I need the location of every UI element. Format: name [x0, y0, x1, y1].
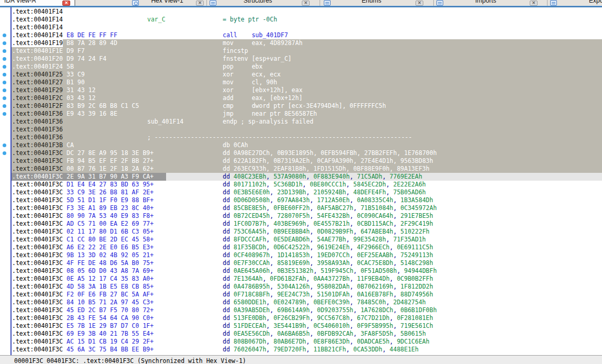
bytes-cell: 5D 51 D1 1F F0 E9 88 BF+	[67, 196, 154, 204]
listing-row[interactable]: .text:00401F3CAC 15 D1 CB 19 C4 29 2F+dd…	[0, 338, 602, 346]
instruction-cell: fincstp	[223, 47, 248, 55]
listing-row[interactable]: .text:00401F3C69 E9 3B 40 21 7B 55 E4+dd…	[0, 330, 602, 338]
code-marker-dot	[3, 144, 6, 147]
listing-row[interactable]: .text:00401F3C00 87 76 1E 2F 18 2A 62+dd…	[0, 165, 602, 173]
close-active-tab-button[interactable]: ✕	[62, 1, 70, 6]
data-directive-cell: dd 80171102h, 5C36BD1h, 0BE80CCC1h, 5845…	[223, 181, 426, 189]
listing-row[interactable]: .text:00401F2C03 43 12add eax, [ebx+12h]	[0, 94, 602, 102]
bytes-cell: D9 F7	[67, 47, 85, 55]
listing-row[interactable]: .text:00401F3C84 10 B5 71 2A 97 45 C3+dd…	[0, 299, 602, 306]
address-cell: .text:00401F3C	[12, 181, 63, 189]
address-cell: .text:00401F14	[12, 16, 63, 24]
listing-row[interactable]: .text:00401F3CFB 94 B5 EF EF 2F BB 27+dd…	[0, 157, 602, 165]
address-cell: .text:00401F3C	[12, 299, 63, 306]
listing-row[interactable]: .text:00401F3C9B 13 3D 02 4B 92 05 21+dd…	[0, 251, 602, 259]
code-marker-dot	[3, 81, 6, 84]
address-cell: .text:00401F3C	[12, 275, 63, 283]
data-directive-cell: dd 408C23EBh, 537A9080h, 0F883E940h, 71C…	[223, 173, 422, 181]
listing-row[interactable]: .text:00401F3CC1 CC 80 BE 2D EC 45 58+dd…	[0, 236, 602, 244]
address-cell: .text:00401F2F	[12, 102, 63, 110]
data-directive-cell: dd 0B72CED45h, 728070F5h, 54FE432Bh, 0C0…	[223, 212, 433, 220]
listing-row[interactable]: .text:00401F3C5D 51 D1 1F F0 E9 88 BF+dd…	[0, 196, 602, 204]
tab-label: Structures	[244, 0, 272, 6]
listing-row[interactable]: .text:00401F3C33 C9 3E 26 B8 81 AF 2E+dd…	[0, 189, 602, 196]
data-directive-cell: dd 76026047h, 79ED720Fh, 11BB21CFh, 0CA5…	[223, 346, 419, 354]
listing-row[interactable]: .text:00401F14E8 DE FE FF FFcall sub_401…	[0, 31, 602, 39]
listing-row[interactable]: .text:00401F14	[0, 8, 602, 16]
bytes-cell: AC 15 D1 CB 19 C4 29 2F+	[67, 338, 154, 346]
close-tab-button[interactable]: ✕	[302, 1, 310, 6]
listing-row[interactable]: .text:00401F3BCAdb 0CAh	[0, 141, 602, 149]
listing-row[interactable]: .text:00401F3C4F FE DE 48 D6 5A B0 75+dd…	[0, 259, 602, 267]
bytes-cell: FB 94 B5 EF EF 2F BB 27+	[67, 157, 154, 165]
listing-row[interactable]: .text:00401F3CAD C5 71 00 EA E2 69 77+dd…	[0, 220, 602, 228]
address-cell: .text:00401F25	[12, 71, 63, 79]
tab-label: IDA View-A	[4, 0, 36, 6]
listing-row[interactable]: .text:00401F3C80 90 7A 53 40 E9 83 F8+dd…	[0, 212, 602, 220]
close-tab-button[interactable]: ✕	[196, 1, 204, 6]
listing-row-current[interactable]: .text:00401F3C2E 9A 31 B7 90 A3 F9 CA+dd…	[0, 173, 602, 181]
listing-row[interactable]: .text:00401F3CD1 E4 E4 27 83 BD 63 95+dd…	[0, 181, 602, 189]
address-cell: .text:00401F27	[12, 79, 63, 86]
listing-row[interactable]: .text:00401F14var_C= byte ptr -0Ch	[0, 16, 602, 24]
data-directive-cell: dd 0A4786B95h, 5304A126h, 958082DAh, 0B7…	[223, 283, 433, 291]
address-cell: .text:00401F36	[12, 134, 63, 141]
listing-row[interactable]: .text:00401F3C0E A5 12 17 C4 35 83 A0+dd…	[0, 275, 602, 283]
bytes-cell: 03 43 12	[67, 94, 95, 102]
tab-label: Hex View-1	[151, 0, 183, 6]
tab-hex-view-1[interactable]	[75, 0, 206, 6]
listing-row[interactable]: .text:00401F245Bpop ebx	[0, 63, 602, 71]
listing-row[interactable]: .text:00401F3CDC 27 8E A9 95 18 3E B9+dd…	[0, 149, 602, 157]
address-cell: .text:00401F14	[12, 8, 63, 16]
listing-row[interactable]: .text:00401F3C4D 58 3A 1B E5 E8 CB 85+dd…	[0, 283, 602, 291]
data-directive-cell: dd 0A98E27DCh, 0B93E1895h, 0EFB594FBh, 2…	[223, 149, 437, 157]
data-directive-cell: dd 7E1364Ah, 0FD61B2FAh, 0AA43727Bh, 11F…	[223, 275, 433, 283]
address-cell: .text:00401F3C	[12, 338, 63, 346]
listing-row[interactable]: .text:00401F1ED9 F7fincstp	[0, 47, 602, 55]
listing-row[interactable]: .text:00401F3C02 11 17 80 D1 6B C3 05+dd…	[0, 228, 602, 236]
listing-row[interactable]: .text:00401F19B8 7A 28 89 4Dmov eax, 4D8…	[0, 39, 602, 47]
code-marker-dot	[3, 65, 6, 69]
bytes-cell: 33 C9 3E 26 B8 81 AF 2E+	[67, 189, 154, 196]
close-tab-button[interactable]: ✕	[415, 1, 423, 6]
address-cell: .text:00401F3C	[12, 228, 63, 236]
listing-row[interactable]: .text:00401F20D9 74 24 F4fnstenv [esp+va…	[0, 55, 602, 63]
data-directive-cell: dd 0F718C8BFh, 9EE24C73h, 51501DFAh, 0A1…	[223, 291, 433, 299]
data-directive-cell: dd 0A39AB5DEh, 69B614A9h, 0D9203755h, 1A…	[223, 306, 437, 314]
bytes-cell: A6 E2 22 2E E0 E6 B5 E3+	[67, 244, 154, 251]
listing-row[interactable]: .text:00401F2F83 B9 2C 6B B8 C1 C5cmp dw…	[0, 102, 602, 110]
address-cell: .text:00401F19	[12, 39, 63, 47]
listing-row[interactable]: .text:00401F2931 43 12xor [ebx+12h], eax	[0, 86, 602, 94]
listing-row[interactable]: .text:00401F3CF2 0F E6 FB 27 BC 5A AF+dd…	[0, 291, 602, 299]
listing-row[interactable]: .text:00401F27B1 90mov cl, 90h	[0, 79, 602, 86]
label-cell: var_C	[147, 16, 166, 24]
address-cell: .text:00401F3C	[12, 220, 63, 228]
instruction-cell: mov eax, 4D89287Ah	[223, 39, 302, 47]
listing-row[interactable]: .text:00401F3C08 05 6D D0 43 A8 7A 69+dd…	[0, 267, 602, 275]
bytes-cell: DC 27 8E A9 95 18 3E B9+	[67, 149, 154, 157]
listing-row[interactable]: .text:00401F36sub_401F14endp ; sp-analys…	[0, 118, 602, 126]
listing-row[interactable]: .text:00401F3C45 ED 2C B7 F5 70 80 72+dd…	[0, 306, 602, 314]
listing-row[interactable]: .text:00401F3C45 6A 3C 75 B4 BB EE B9+dd…	[0, 346, 602, 354]
listing-row[interactable]: .text:00401F3CE5 7B 1E 29 B7 D7 C0 1F+dd…	[0, 322, 602, 330]
code-marker-dot	[3, 57, 6, 61]
address-cell: .text:00401F3C	[12, 322, 63, 330]
instruction-cell: xor ecx, ecx	[223, 71, 281, 79]
address-cell: .text:00401F3C	[12, 330, 63, 338]
listing-row[interactable]: .text:00401F3C2B 43 FE 54 64 CA 90 C0+dd…	[0, 314, 602, 322]
listing-row[interactable]: .text:00401F36E9 43 39 16 8Ejmp near ptr…	[0, 110, 602, 118]
close-tab-button[interactable]: ✕	[530, 1, 538, 6]
listing-row[interactable]: .text:00401F3CF3 3E A1 89 EB 23 8C 40+dd…	[0, 204, 602, 212]
listing-row[interactable]: .text:00401F14	[0, 24, 602, 31]
listing-row[interactable]: .text:00401F3CA6 E2 22 2E E0 E6 B5 E3+dd…	[0, 244, 602, 251]
code-marker-dot	[3, 34, 6, 37]
disassembly-view[interactable]: .text:00401F14.text:00401F14var_C= byte …	[0, 7, 602, 355]
bytes-cell: D1 E4 E4 27 83 BD 63 95+	[67, 181, 154, 189]
listing-row[interactable]: .text:00401F36; ------------------------…	[0, 134, 602, 141]
listing-row[interactable]: .text:00401F2533 C9xor ecx, ecx	[0, 71, 602, 79]
data-directive-cell: dd 263EC933h, 2EAF81B8h, 1FD1515Dh, 0BF8…	[223, 165, 430, 173]
listing-row[interactable]: .text:00401F36	[0, 126, 602, 134]
data-directive-cell: dd 0E7F30CCAh, 85819E69h, 3958A93Ah, 0CA…	[223, 259, 433, 267]
tab-label: Expo	[589, 0, 602, 6]
address-cell: .text:00401F3C	[12, 314, 63, 322]
